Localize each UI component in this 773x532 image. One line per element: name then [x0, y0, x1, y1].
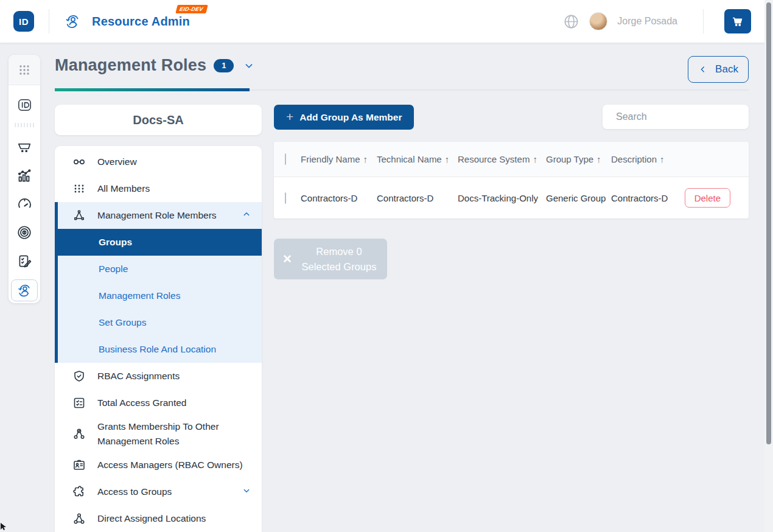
scrollbar-thumb[interactable]	[766, 2, 771, 444]
cart-button[interactable]	[724, 9, 751, 33]
chevron-up-icon[interactable]	[241, 209, 252, 222]
user-name[interactable]: Jorge Posada	[617, 16, 677, 27]
nav-item-management-roles[interactable]: Management Roles	[58, 282, 262, 309]
column-header-group-type[interactable]: Group Type↑	[546, 154, 611, 164]
chevron-down-icon[interactable]	[242, 59, 256, 75]
nav-item-set-groups[interactable]: Set Groups	[58, 309, 262, 336]
sort-asc-icon[interactable]: ↑	[660, 154, 665, 164]
select-all-checkbox[interactable]	[285, 153, 286, 165]
nav-item-business-role-and-location[interactable]: Business Role And Location	[58, 336, 262, 363]
environment-badge: EID-DEV	[176, 5, 208, 13]
role-card: Docs-SA	[55, 105, 262, 135]
tasks-edit-icon[interactable]	[15, 252, 33, 270]
table-header-row: Friendly Name↑ Technical Name↑ Resource …	[274, 142, 749, 177]
cell-description: Contractors-D	[611, 193, 679, 203]
shield-check-icon	[72, 369, 86, 383]
groups-table: Friendly Name↑ Technical Name↑ Resource …	[274, 142, 749, 219]
left-column: Docs-SA Overview	[55, 105, 262, 532]
column-header-resource-system[interactable]: Resource System↑	[458, 154, 546, 164]
row-checkbox[interactable]	[285, 192, 286, 204]
page-title: Management Roles	[55, 56, 206, 75]
delete-button[interactable]: Delete	[685, 188, 730, 208]
id-badge-icon[interactable]	[15, 96, 33, 114]
cell-resource-system: Docs-Tracking-Only	[458, 193, 546, 203]
globe-icon[interactable]	[563, 13, 579, 30]
sort-asc-icon[interactable]: ↑	[445, 154, 450, 164]
analytics-icon[interactable]	[15, 166, 33, 184]
fingerprint-icon[interactable]	[15, 223, 33, 242]
cell-technical-name: Contractors-D	[377, 193, 458, 203]
column-header-technical-name[interactable]: Technical Name↑	[377, 154, 458, 164]
avatar[interactable]	[589, 12, 607, 30]
id-card-icon	[72, 458, 86, 472]
toolbar: + Add Group As Member	[274, 105, 749, 130]
search-input[interactable]	[616, 111, 742, 122]
id-logo[interactable]: ID	[13, 11, 34, 32]
remove-selected-groups-button[interactable]: ✕ Remove 0 Selected Groups	[274, 239, 387, 279]
nav-item-people[interactable]: People	[58, 256, 262, 282]
rail-stripes-divider	[15, 123, 34, 127]
search-box	[603, 105, 749, 129]
chevron-down-icon[interactable]	[241, 485, 252, 499]
header-divider	[49, 9, 49, 33]
person-sync-icon	[64, 13, 81, 30]
icon-rail	[9, 55, 40, 303]
nav-item-overview[interactable]: Overview	[55, 149, 262, 175]
nav-item-grants-membership[interactable]: Grants Membership To Other Management Ro…	[55, 416, 262, 452]
person-network-icon	[72, 427, 86, 441]
close-icon: ✕	[282, 252, 292, 266]
back-button[interactable]: Back	[688, 56, 749, 83]
app-title: Resource Admin	[92, 15, 190, 28]
page-title-row: Management Roles 1 Back	[55, 56, 749, 89]
header-divider	[703, 9, 704, 33]
gauge-icon[interactable]	[15, 195, 33, 213]
right-column: + Add Group As Member Friendly Name↑	[274, 105, 749, 279]
scrollbar-track[interactable]	[764, 0, 773, 532]
column-header-friendly-name[interactable]: Friendly Name↑	[301, 154, 377, 164]
count-badge: 1	[214, 59, 234, 72]
mouse-cursor	[0, 522, 7, 531]
sort-asc-icon[interactable]: ↑	[533, 154, 537, 164]
members-icon	[72, 181, 86, 196]
resource-admin-app: ID Resource Admin EID-DEV	[0, 0, 773, 532]
nav-item-rbac-assignments[interactable]: RBAC Assignments	[55, 363, 262, 390]
glasses-icon	[72, 155, 86, 169]
puzzle-icon	[72, 485, 86, 499]
main-content: Management Roles 1 Back Docs-SA	[55, 56, 749, 532]
nav-item-access-managers[interactable]: Access Managers (RBAC Owners)	[55, 452, 262, 478]
nav-item-management-role-members[interactable]: Management Role Members	[58, 202, 262, 229]
column-header-description[interactable]: Description↑	[611, 154, 679, 164]
role-name: Docs-SA	[133, 113, 183, 127]
nav-group-management-role-members: Management Role Members Groups People Ma…	[55, 202, 262, 363]
resource-admin-active-icon[interactable]	[11, 279, 38, 301]
nav-item-total-access-granted[interactable]: Total Access Granted	[55, 390, 262, 416]
hierarchy-icon	[72, 511, 86, 526]
checklist-icon	[72, 396, 86, 410]
table-row: Contractors-D Contractors-D Docs-Trackin…	[274, 177, 749, 219]
top-header: ID Resource Admin EID-DEV	[0, 0, 764, 43]
title-underline-gradient	[55, 88, 250, 91]
cart-outline-icon[interactable]	[15, 138, 33, 156]
add-group-as-member-button[interactable]: + Add Group As Member	[274, 105, 414, 130]
cell-friendly-name: Contractors-D	[301, 193, 377, 203]
nav-item-direct-assigned-locations[interactable]: Direct Assigned Locations	[55, 505, 262, 532]
nav-item-groups[interactable]: Groups	[58, 229, 262, 256]
cell-group-type: Generic Group	[546, 193, 611, 203]
plus-icon: +	[286, 110, 293, 124]
sort-asc-icon[interactable]: ↑	[363, 154, 368, 164]
apps-grid-icon[interactable]	[9, 55, 40, 85]
role-nav: Overview All Members	[55, 146, 262, 532]
nav-item-access-to-groups[interactable]: Access to Groups	[55, 478, 262, 505]
nav-item-all-members[interactable]: All Members	[55, 175, 262, 202]
triangle-network-icon	[72, 208, 86, 223]
title-underline	[55, 89, 749, 91]
sort-asc-icon[interactable]: ↑	[596, 154, 601, 164]
